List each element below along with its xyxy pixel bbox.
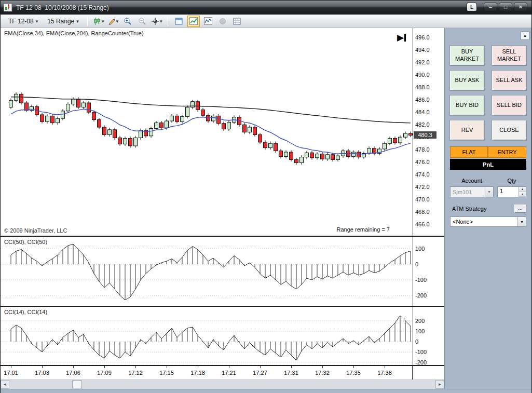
crosshair-icon[interactable]: ▾ [151, 16, 163, 27]
indicators-icon[interactable] [202, 16, 214, 27]
app-icon [4, 4, 12, 12]
grid-icon[interactable] [231, 16, 243, 27]
scroll-left-icon[interactable]: ◄ [1, 380, 9, 389]
time-tick-label: 17:18 [190, 370, 205, 376]
scrollbar-thumb[interactable] [72, 381, 82, 388]
go-to-end-icon[interactable]: ▶ [397, 32, 406, 43]
pnl-display: PnL [450, 159, 526, 170]
time-axis[interactable]: 17:0117:0317:0617:0917:1217:1517:1817:21… [1, 366, 444, 380]
stop-icon[interactable] [216, 16, 229, 27]
chevron-down-icon: ▾ [102, 19, 104, 24]
cci50-axis[interactable]: 1000-100-200 [413, 237, 444, 306]
price-axis[interactable]: 496.0494.0492.0490.0488.0486.0484.0482.0… [413, 28, 444, 236]
cci50-panel: 1000-100-200 CCI(50), CCI(50) [1, 237, 444, 306]
account-select[interactable]: Sim101 ▼ [450, 186, 494, 197]
buy-market-button[interactable]: BUY MARKET [450, 46, 484, 65]
scroll-right-icon[interactable]: ► [435, 380, 444, 389]
chevron-down-icon[interactable]: ▼ [485, 187, 493, 197]
price-panel: 496.0494.0492.0490.0488.0486.0484.0482.0… [1, 28, 444, 236]
interval-label: 15 Range [47, 18, 74, 25]
cci50-label: CCI(50), CCI(50) [4, 239, 47, 245]
time-tick-label: 17:12 [128, 370, 143, 376]
minimize-button[interactable]: – [484, 3, 497, 11]
cci14-label: CCI(14), CCI(14) [4, 309, 47, 315]
zoom-in-icon[interactable] [121, 16, 134, 27]
window-panel-icon[interactable] [173, 16, 185, 27]
order-panel: ▲ BUY MARKET SELL MARKET BUY ASK SELL AS… [444, 28, 531, 389]
chart-area: 496.0494.0492.0490.0488.0486.0484.0482.0… [1, 28, 444, 389]
interval-dropdown[interactable]: 15 Range ▾ [44, 16, 83, 26]
sell-bid-button[interactable]: SELL BID [492, 96, 526, 115]
instrument-label: TF 12-08 [8, 18, 34, 25]
cci14-panel: 2001000-100-200 CCI(14), CCI(14) [1, 307, 444, 365]
atm-strategy-value: <None> [451, 219, 517, 225]
chevron-down-icon[interactable]: ▼ [517, 217, 526, 226]
cci14-chart[interactable] [1, 307, 413, 365]
buy-ask-button[interactable]: BUY ASK [450, 71, 484, 90]
window-bottom-border [1, 389, 531, 393]
atm-strategy-label: ATM Strategy [452, 206, 486, 212]
time-tick-label: 17:27 [253, 370, 267, 376]
cci50-chart[interactable] [1, 237, 413, 306]
time-tick-label: 17:01 [4, 370, 18, 376]
toolbar: TF 12-08 ▾ 15 Range ▾ ▾ ▾ ▾ [1, 15, 531, 28]
cci14-axis[interactable]: 2001000-100-200 [413, 307, 444, 365]
horizontal-scrollbar[interactable]: ◄ ► [1, 380, 444, 389]
zoom-out-icon[interactable] [136, 16, 148, 27]
toolbar-separator [87, 17, 88, 26]
chart-trader-icon[interactable] [187, 16, 200, 27]
close-button[interactable]: ✕ [514, 3, 527, 11]
copyright-text: © 2009 NinjaTrader, LLC [4, 227, 67, 234]
drawing-tools-icon[interactable]: ▾ [107, 16, 119, 27]
atm-more-button[interactable]: ... [514, 205, 526, 213]
time-tick-label: 17:38 [377, 370, 392, 376]
chevron-down-icon: ▾ [160, 19, 162, 24]
time-tick-label: 17:21 [222, 370, 236, 376]
entry-indicator[interactable]: ENTRY [488, 146, 526, 158]
qty-label: Qty [497, 178, 526, 184]
close-button-order[interactable]: CLOSE [492, 120, 526, 140]
indicator-label: EMA(Close,34), EMA(Close,204), RangeCoun… [4, 30, 144, 36]
atm-strategy-select[interactable]: <None> ▼ [450, 216, 526, 227]
time-tick-label: 17:35 [346, 370, 361, 376]
window-title: TF 12-08 10/10/2008 (15 Range) [16, 4, 109, 11]
quantity-stepper[interactable]: 1 ▲ ▼ [497, 186, 526, 197]
buy-bid-button[interactable]: BUY BID [450, 96, 484, 115]
time-tick-label: 17:31 [284, 370, 298, 376]
chevron-down-icon: ▾ [76, 19, 79, 24]
reverse-button[interactable]: REV [450, 120, 484, 140]
chevron-down-icon: ▾ [116, 19, 119, 24]
spinner-up-icon[interactable]: ▲ [519, 187, 526, 192]
toolbar-separator [168, 17, 168, 26]
quantity-value[interactable]: 1 [498, 187, 519, 197]
flat-indicator[interactable]: FLAT [450, 146, 488, 158]
spinner-down-icon[interactable]: ▼ [519, 192, 526, 197]
time-tick-label: 17:15 [159, 370, 174, 376]
titlebar[interactable]: TF 12-08 10/10/2008 (15 Range) L – □ ✕ [1, 1, 531, 15]
axis-separator [412, 366, 413, 380]
scroll-up-icon[interactable]: ▲ [521, 31, 529, 40]
account-value: Sim101 [451, 189, 485, 195]
sell-ask-button[interactable]: SELL ASK [492, 71, 526, 90]
maximize-button[interactable]: □ [499, 3, 512, 11]
ninjatrader-window: TF 12-08 10/10/2008 (15 Range) L – □ ✕ T… [0, 0, 532, 393]
price-chart[interactable] [1, 28, 413, 236]
time-tick-label: 17:32 [315, 370, 330, 376]
chart-style-icon[interactable]: ▾ [92, 16, 105, 27]
time-tick-label: 17:09 [97, 370, 112, 376]
instrument-dropdown[interactable]: TF 12-08 ▾ [5, 16, 42, 26]
log-button[interactable]: L [467, 3, 477, 11]
time-tick-label: 17:03 [35, 370, 49, 376]
chevron-down-icon: ▾ [36, 19, 38, 24]
range-remaining-text: Range remaining = 7 [337, 226, 390, 233]
last-price-badge: 480.3 [414, 131, 436, 139]
sell-market-button[interactable]: SELL MARKET [492, 46, 526, 65]
time-tick-label: 17:06 [66, 370, 80, 376]
account-label: Account [450, 178, 494, 184]
